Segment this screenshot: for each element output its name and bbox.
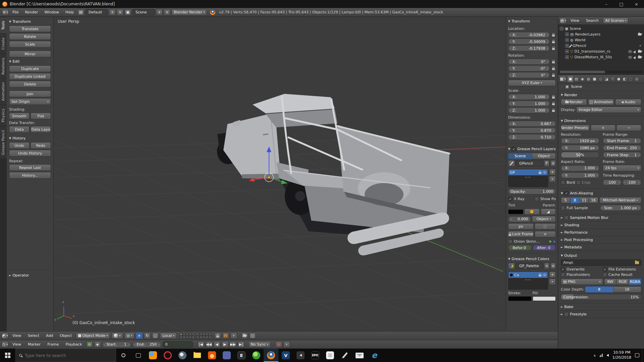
aa-filter-size-field[interactable]: ‹Size:1.000 px› [600,205,642,211]
data-transfer-data-button[interactable]: Data [9,126,30,133]
border-checkbox[interactable]: Bord [561,180,575,185]
rotation-x-field[interactable]: ‹X:0°› [508,59,550,65]
undo-button[interactable]: Undo [9,142,30,149]
cache-result-checkbox[interactable]: Cache Result [603,273,641,277]
layer-7-toggle[interactable] [200,333,202,336]
layer-14-toggle[interactable] [189,336,192,339]
menu-object[interactable]: Object [57,333,74,339]
file-extensions-checkbox[interactable]: ✓File Extensions [603,267,641,272]
lock-rotation-x-button[interactable] [551,59,556,65]
pin-icon[interactable]: ◦ [561,84,564,89]
aa-samples-16-button[interactable]: 16 [589,197,598,203]
redo-button[interactable]: Redo [31,142,51,149]
tab-tools[interactable]: Tools [0,17,7,34]
tint-color-swatch[interactable] [508,209,523,214]
lock-icon[interactable] [539,275,541,277]
editor-type-outliner-button[interactable]: ▤▾ [560,17,567,24]
palette-unlink-button[interactable]: × [550,263,556,269]
layer-10-toggle[interactable] [209,333,211,336]
scale-z-field[interactable]: ‹Z:1.000› [508,107,550,113]
layer-1-toggle[interactable] [180,333,182,336]
remove-preset-button[interactable]: − [616,125,641,131]
eye-icon[interactable] [543,171,546,174]
palette-browse-button[interactable] [508,263,515,269]
lock-scale-x-button[interactable] [551,94,556,100]
gp-datablock-name[interactable]: GPencil [516,160,543,167]
tab-material[interactable]: ● [616,76,622,82]
layer-8-toggle[interactable] [203,333,205,336]
menu-frame[interactable]: Frame [45,342,61,347]
collapse-icon[interactable]: − [560,27,564,31]
render-animation-button[interactable]: ◫Animation [588,99,614,105]
transform-panel-header[interactable]: ▼Transform:::: [508,19,556,23]
jump-next-keyframe-button[interactable]: ▶▶ [230,341,236,348]
current-frame-field[interactable]: 0 [163,341,193,348]
dimension-x-field[interactable]: ‹X:0.667› [508,121,556,127]
layer-19-toggle[interactable] [206,336,208,339]
menu-file[interactable]: File [10,9,21,15]
edit-panel-header[interactable]: ▼Edit:::: [9,59,51,64]
menu-select[interactable]: Select [25,333,42,339]
visibility-toggle-icon[interactable] [628,56,632,59]
play-reverse-button[interactable]: ◀ [214,341,220,348]
menu-search[interactable]: Search [583,18,601,23]
show-desktop-button[interactable] [642,349,644,362]
editor-type-timeline-button[interactable]: ◷▾ [2,341,8,348]
folder-icon[interactable] [635,261,639,264]
mail-taskbar-button[interactable] [352,349,367,362]
snap-toggle[interactable] [222,333,229,339]
steam-taskbar-button[interactable] [175,349,190,362]
layer-20-toggle[interactable] [209,336,211,339]
rotate-button[interactable]: Rotate [9,33,51,40]
layer-4-toggle[interactable] [189,333,192,336]
color-mode-rgba-button[interactable]: RGBA [629,279,641,285]
lock-to-scene-toggle[interactable] [214,333,221,339]
list-resize-grip[interactable]: ▬▬ [508,175,548,179]
frame-step-field[interactable]: ‹Frame Step:1› [603,152,641,158]
tab-object[interactable]: ■ [592,76,597,82]
lock-rotation-z-button[interactable] [551,72,556,78]
keying-set-button[interactable]: ◈ [94,341,101,348]
audio-app-taskbar-button[interactable] [293,349,308,362]
stroke-color-swatch[interactable] [508,296,532,301]
pencil-app-taskbar-button[interactable] [337,349,352,362]
rotation-mode-dropdown[interactable]: XYZ Euler▾ [508,80,556,86]
full-sample-checkbox[interactable]: Full Sample [561,206,599,210]
outliner-row-renderlayers[interactable]: + ▤ RenderLayers [560,32,642,37]
render-toggle-icon[interactable] [638,50,641,53]
tab-physics[interactable]: Physics [0,105,7,126]
tab-particles[interactable]: ◌ [628,76,634,82]
layer-11-toggle[interactable] [180,336,182,339]
compression-slider[interactable]: Compression:15% [561,294,641,300]
gp-colors-panel-header[interactable]: ▼Grease Pencil Colors:::: [508,257,556,261]
fill-color-swatch[interactable] [533,296,556,301]
outliner-horizontal-scrollbar[interactable] [560,71,642,73]
flame-app-taskbar-button[interactable] [205,349,219,362]
motion-blur-panel-header[interactable]: ►Sampled Motion Blur [561,216,641,220]
menu-playback[interactable]: Playback [63,342,85,347]
scale-x-field[interactable]: ‹X:1.000› [508,94,550,100]
output-panel-header[interactable]: ▼Output [561,253,641,258]
render-still-button[interactable]: Render [561,99,587,105]
render-toggle-icon[interactable] [638,33,641,36]
delete-scene-button[interactable]: × [164,9,170,15]
aspect-y-field[interactable]: ‹Y:1.000› [561,172,599,178]
gp-source-scene-tab[interactable]: Scene [508,153,532,159]
frame-end-field[interactable]: ‹End:250› [132,342,161,348]
operator-panel-header[interactable]: ►Operator [9,273,51,278]
editor-type-info-button[interactable]: ≡▾ [2,9,9,15]
tab-constraints[interactable]: ◇ [598,76,603,82]
end-frame-field[interactable]: ‹End Frame:250› [603,145,641,151]
tab-animation[interactable]: Animation [0,78,7,105]
shade-flat-button[interactable]: Flat [31,113,51,119]
add-preset-button[interactable]: + [591,125,615,131]
parent-type-dropdown[interactable]: Object▾ [532,216,556,222]
play-button[interactable]: ▶ [222,341,228,348]
sync-mode-dropdown[interactable]: No Sync▾ [249,341,271,348]
manipulator-translate-toggle[interactable]: + [136,333,143,339]
tab-modifiers[interactable]: ◪ [604,76,609,82]
gp-layers-panel-header[interactable]: ▼✓Grease Pencil Layers [508,147,556,151]
keying-set-menu-button[interactable]: ▾ [283,341,290,348]
layer-16-toggle[interactable] [197,336,199,339]
gp-xray-checkbox[interactable]: ✓X Ray [508,197,534,201]
